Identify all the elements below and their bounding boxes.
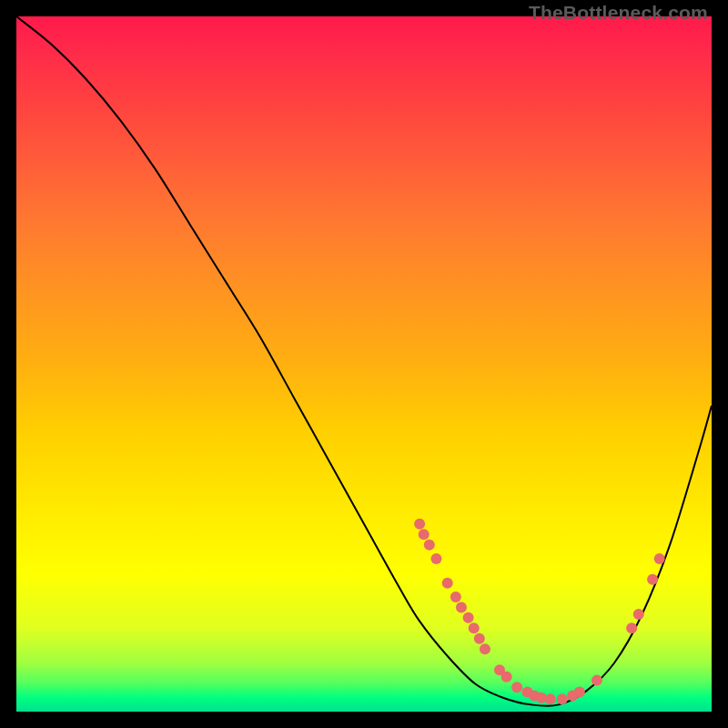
data-marker	[511, 682, 522, 693]
data-marker	[545, 693, 556, 704]
data-markers	[414, 519, 665, 705]
watermark-text: TheBottleneck.com	[529, 2, 708, 24]
bottleneck-curve	[16, 16, 712, 706]
data-marker	[424, 540, 435, 551]
data-marker	[463, 612, 474, 623]
data-marker	[647, 574, 658, 585]
data-marker	[430, 553, 441, 564]
data-marker	[592, 675, 602, 686]
data-marker	[474, 633, 485, 644]
data-marker	[480, 643, 490, 654]
data-marker	[469, 622, 480, 633]
data-marker	[414, 519, 425, 530]
data-marker	[557, 693, 568, 704]
data-marker	[654, 553, 665, 564]
plot-area	[16, 16, 712, 712]
data-marker	[633, 609, 644, 620]
chart-container: TheBottleneck.com	[0, 0, 728, 728]
data-marker	[501, 672, 512, 682]
data-marker	[450, 592, 461, 602]
data-marker	[456, 602, 467, 612]
data-marker	[626, 622, 637, 633]
data-marker	[419, 529, 430, 540]
chart-svg	[16, 16, 712, 712]
data-marker	[442, 578, 453, 589]
data-marker	[574, 687, 585, 698]
